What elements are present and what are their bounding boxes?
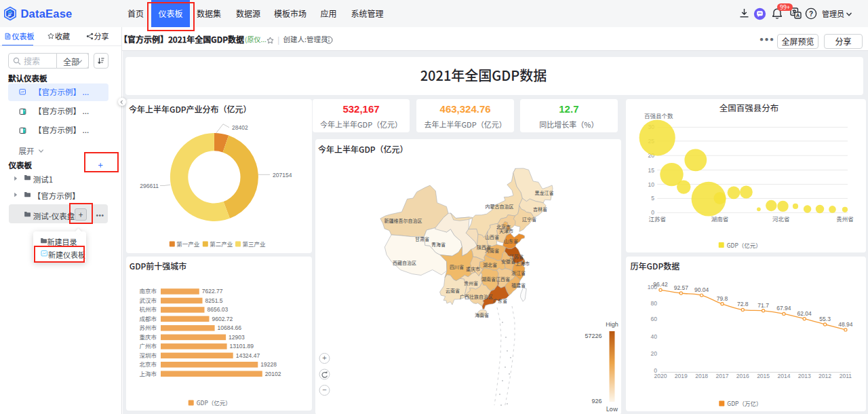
svg-text:吉林省: 吉林省	[533, 205, 547, 212]
svg-text:15: 15	[648, 167, 655, 174]
svg-text:青海省: 青海省	[431, 240, 446, 247]
svg-text:深圳市: 深圳市	[139, 350, 157, 358]
svg-text:7622.77: 7622.77	[202, 288, 223, 295]
svg-text:2014: 2014	[777, 372, 790, 379]
svg-text:10684.66: 10684.66	[218, 324, 242, 331]
svg-text:20: 20	[651, 350, 658, 357]
svg-text:第二产业: 第二产业	[210, 240, 233, 248]
svg-text:浙江省: 浙江省	[511, 269, 526, 276]
svg-text:四川省: 四川省	[450, 263, 464, 269]
svg-text:9602.72: 9602.72	[212, 315, 233, 322]
svg-text:2013: 2013	[798, 372, 811, 379]
svg-text:百强县个数: 百强县个数	[644, 111, 673, 119]
svg-text:92.57: 92.57	[674, 284, 689, 291]
svg-text:云南省: 云南省	[446, 286, 460, 293]
svg-text:上海市: 上海市	[515, 259, 530, 266]
svg-text:河南省: 河南省	[485, 246, 499, 253]
svg-text:13101.89: 13101.89	[230, 343, 254, 350]
svg-text:北京市: 北京市	[139, 360, 157, 368]
svg-text:28402: 28402	[232, 124, 248, 131]
svg-text:96.42: 96.42	[653, 281, 668, 288]
svg-text:72.8: 72.8	[737, 301, 749, 307]
svg-text:第三产业: 第三产业	[243, 240, 266, 248]
svg-text:79.8: 79.8	[717, 295, 728, 301]
svg-text:杭州市: 杭州市	[139, 305, 157, 313]
svg-text:207154: 207154	[273, 172, 292, 178]
svg-text:GDP（亿元）: GDP（亿元）	[197, 398, 231, 407]
svg-text:福建省: 福建省	[511, 281, 526, 288]
svg-text:河北省: 河北省	[772, 214, 790, 223]
svg-text:2019: 2019	[675, 372, 688, 379]
svg-text:广东省: 广东省	[493, 297, 507, 303]
svg-text:−: −	[322, 385, 326, 394]
svg-text:重庆市: 重庆市	[139, 332, 157, 340]
svg-text:新疆维吾尔自治区: 新疆维吾尔自治区	[384, 217, 422, 223]
svg-text:山东省: 山东省	[504, 238, 518, 244]
svg-text:2015: 2015	[757, 372, 770, 379]
svg-text:48.94: 48.94	[838, 320, 853, 327]
svg-text:5: 5	[651, 195, 654, 202]
svg-text:80: 80	[651, 299, 658, 306]
svg-text:湖南省: 湖南省	[711, 214, 729, 223]
svg-text:High: High	[606, 321, 618, 328]
svg-text:内蒙古自治区: 内蒙古自治区	[485, 203, 513, 210]
svg-text:20102: 20102	[265, 370, 281, 377]
svg-text:67.94: 67.94	[776, 305, 791, 312]
svg-text:A: A	[796, 12, 800, 18]
svg-text:GDP（亿元）: GDP（亿元）	[727, 241, 762, 249]
svg-text:8251.5: 8251.5	[205, 297, 223, 303]
svg-text:全国百强县分布: 全国百强县分布	[719, 101, 779, 114]
svg-text:2016: 2016	[736, 372, 749, 379]
svg-text:第一产业: 第一产业	[176, 240, 199, 248]
svg-text:江西省: 江西省	[496, 275, 510, 282]
svg-text:?: ?	[809, 8, 813, 18]
svg-text:武汉市: 武汉市	[139, 295, 157, 303]
svg-text:西藏自治区: 西藏自治区	[393, 259, 416, 265]
svg-text:90.04: 90.04	[694, 286, 709, 293]
svg-text:71.7: 71.7	[757, 301, 769, 308]
svg-text:2018: 2018	[695, 372, 708, 379]
svg-text:12903: 12903	[229, 333, 245, 340]
svg-text:安徽省: 安徽省	[501, 257, 515, 264]
svg-text:55.3: 55.3	[819, 316, 831, 322]
svg-text:海南省: 海南省	[475, 311, 489, 318]
svg-text:黑龙江省: 黑龙江省	[534, 189, 553, 196]
svg-text:Low: Low	[606, 404, 617, 413]
svg-text:贵州省: 贵州省	[836, 214, 854, 223]
svg-text:57226: 57226	[585, 333, 601, 339]
svg-text:苏州市: 苏州市	[139, 323, 157, 331]
svg-text:2020: 2020	[654, 372, 667, 379]
svg-text:南京市: 南京市	[139, 286, 157, 295]
svg-text:辽宁省: 辽宁省	[522, 216, 536, 223]
svg-text:江苏省: 江苏省	[648, 214, 666, 223]
svg-text:296611: 296611	[140, 183, 159, 189]
svg-text:62.04: 62.04	[797, 309, 812, 316]
svg-text:2011: 2011	[840, 372, 852, 379]
svg-text:广西壮族自治区: 广西壮族自治区	[460, 293, 493, 299]
svg-text:天津市: 天津市	[499, 227, 513, 233]
svg-text:8656.03: 8656.03	[208, 306, 229, 313]
svg-text:19228: 19228	[260, 361, 277, 368]
svg-text:14324.47: 14324.47	[236, 352, 260, 358]
svg-text:成都市: 成都市	[139, 314, 157, 322]
svg-text:DataEase: DataEase	[21, 7, 73, 20]
svg-text:GDP（万亿）: GDP（万亿）	[727, 399, 762, 407]
svg-text:+: +	[322, 354, 326, 362]
svg-text:湖南省: 湖南省	[481, 275, 496, 282]
svg-text:贵州省: 贵州省	[464, 279, 478, 286]
svg-text:2012: 2012	[818, 372, 831, 379]
svg-text:湖北省: 湖北省	[483, 261, 497, 267]
svg-text:40: 40	[651, 333, 658, 339]
svg-text:926: 926	[591, 398, 601, 404]
svg-text:上海市: 上海市	[139, 369, 157, 377]
svg-text:山西省: 山西省	[485, 233, 499, 240]
svg-text:甘肃省: 甘肃省	[415, 235, 429, 242]
svg-text:10: 10	[648, 181, 655, 188]
svg-text:60: 60	[651, 315, 658, 322]
svg-text:广州市: 广州市	[139, 341, 157, 350]
svg-text:2017: 2017	[715, 372, 728, 379]
svg-text:重庆市: 重庆市	[466, 265, 480, 271]
